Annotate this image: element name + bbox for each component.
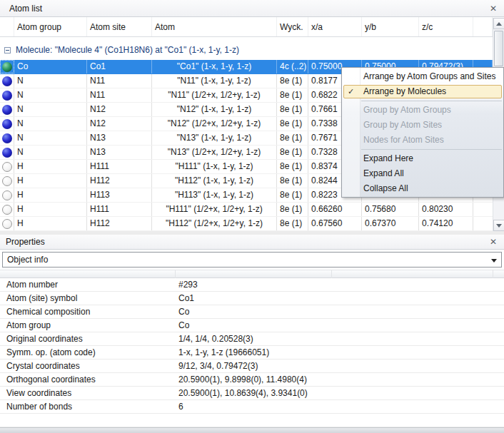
property-label: Atom (site) symbol [0, 292, 175, 305]
property-label: Atom group [0, 319, 175, 332]
cell-site: N11 [87, 88, 152, 102]
property-row [0, 414, 504, 427]
cell-wyck: 8e (1) [277, 217, 308, 230]
cell-spare [473, 203, 493, 216]
property-row: Original coordinates1/4, 1/4, 0.20528(3) [0, 332, 504, 346]
property-label: Crystal coordinates [0, 360, 175, 372]
property-label: Atom number [0, 278, 175, 291]
properties-title: Properties [0, 237, 45, 247]
property-value: 20.5900(1), 10.8639(4), 3.9341(0) [175, 387, 504, 399]
atom-icon-cell [0, 131, 14, 145]
table-row[interactable]: HH112"H112" (1/2+x, 1/2+y, 1-z)8e (1)0.6… [0, 217, 493, 231]
table-row[interactable]: HH111"H111" (1/2+x, 1/2+y, 1-z)8e (1)0.6… [0, 203, 493, 217]
property-label [0, 414, 175, 427]
cell-atom: "H113" (1-x, 1-y, 1-z) [152, 188, 277, 202]
header-xa[interactable]: x/a [308, 17, 362, 36]
property-value [175, 414, 504, 427]
n-sphere-icon [2, 148, 12, 158]
cell-group: Co [14, 60, 87, 73]
header-atom-group[interactable]: Atom group [14, 17, 87, 36]
property-value: Co [175, 305, 504, 318]
menu-item-label: Group by Atom Groups [363, 105, 451, 115]
menu-item-label: Arrange by Atom Groups and Sites [363, 71, 495, 81]
menu-item-label: Expand Here [363, 153, 413, 163]
property-row: Symm. op. (atom code)1-x, 1-y, 1-z (1966… [0, 346, 504, 360]
h-sphere-icon [2, 219, 12, 229]
close-icon[interactable]: ✕ [488, 3, 499, 14]
cell-group: N [14, 88, 87, 102]
property-row: Atom groupCo [0, 319, 504, 332]
n-sphere-icon [2, 105, 12, 115]
cell-wyck: 8e (1) [277, 174, 308, 188]
n-sphere-icon [2, 119, 12, 129]
menu-item[interactable]: ✓Arrange by Molecules [342, 84, 503, 99]
cell-wyck: 8e (1) [277, 74, 308, 88]
properties-panel: Properties ✕ Object info Atom number#293… [0, 235, 504, 433]
properties-titlebar: Properties ✕ [0, 235, 504, 250]
molecule-group-row[interactable]: Molecule: "Molecule 4" (Co1H18N6) at "Co… [0, 40, 493, 60]
collapse-minus-icon[interactable] [4, 47, 11, 54]
header-zc[interactable]: z/c [419, 17, 473, 36]
scroll-down-icon[interactable] [493, 220, 504, 231]
property-row: Atom number#293 [0, 278, 504, 292]
cell-wyck: 8e (1) [277, 188, 308, 202]
properties-view-select[interactable]: Object info [2, 252, 502, 268]
property-value: 1/4, 1/4, 0.20528(3) [175, 332, 504, 345]
property-label: Original coordinates [0, 332, 175, 345]
h-sphere-icon [2, 162, 12, 172]
cell-wyck: 8e (1) [277, 203, 308, 216]
header-atom[interactable]: Atom [152, 17, 277, 36]
menu-item: Group by Atom Sites [342, 118, 503, 133]
molecule-group-label: Molecule: "Molecule 4" (Co1H18N6) at "Co… [16, 45, 239, 55]
menu-item: Group by Atom Groups [342, 103, 503, 118]
property-row: Crystal coordinates9/12, 3/4, 0.79472(3) [0, 360, 504, 373]
property-label: Chemical composition [0, 305, 175, 318]
h-sphere-icon [2, 176, 12, 186]
close-icon[interactable]: ✕ [488, 236, 499, 248]
cell-atom: "N12" (1-x, 1-y, 1-z) [152, 103, 277, 116]
atom-icon-cell [0, 88, 14, 102]
property-row: Number of bonds6 [0, 400, 504, 414]
chevron-down-icon [491, 259, 497, 263]
h-sphere-icon [2, 205, 12, 215]
property-label: Orthogonal coordinates [0, 373, 175, 386]
context-menu-items: Arrange by Atom Groups and Sites✓Arrange… [342, 69, 503, 196]
cell-site: H113 [87, 188, 152, 202]
menu-item: Nodes for Atom Sites [342, 133, 503, 148]
atom-icon-cell [0, 160, 14, 173]
cell-xa: 0.67560 [308, 217, 362, 230]
property-value: #293 [175, 278, 504, 291]
atom-icon-cell [0, 203, 14, 216]
header-wyck[interactable]: Wyck. [277, 17, 308, 36]
menu-separator [361, 101, 502, 101]
atom-list-titlebar: Atom list ✕ [0, 0, 504, 17]
cell-site: N11 [87, 74, 152, 88]
menu-item[interactable]: Expand All [342, 166, 503, 181]
cell-group: H [14, 203, 87, 216]
menu-item-label: Group by Atom Sites [363, 120, 442, 130]
property-value: Co1 [175, 292, 504, 305]
menu-item[interactable]: Arrange by Atom Groups and Sites [342, 69, 503, 84]
atom-icon-cell [0, 188, 14, 202]
h-sphere-icon [2, 190, 12, 200]
cell-spare [473, 217, 493, 230]
cell-atom: "H111" (1-x, 1-y, 1-z) [152, 160, 277, 173]
property-value: 6 [175, 400, 504, 413]
menu-item[interactable]: Expand Here [342, 151, 503, 166]
cell-group: N [14, 131, 87, 145]
cell-wyck: 8e (1) [277, 146, 308, 159]
cell-group: N [14, 103, 87, 116]
header-yb[interactable]: y/b [362, 17, 419, 36]
header-atom-site[interactable]: Atom site [87, 17, 152, 36]
cell-wyck: 4c (..2) [277, 60, 308, 73]
properties-grid-header [0, 270, 504, 278]
menu-item[interactable]: Collapse All [342, 181, 503, 196]
cell-atom: "N11" (1-x, 1-y, 1-z) [152, 74, 277, 88]
cell-atom: "N12" (1/2+x, 1/2+y, 1-z) [152, 117, 277, 131]
scrollbar-thumb[interactable] [494, 31, 503, 66]
property-label: Number of bonds [0, 400, 175, 413]
cell-atom: "N13" (1/2+x, 1/2+y, 1-z) [152, 146, 277, 159]
cell-site: N13 [87, 146, 152, 159]
scroll-up-icon[interactable] [493, 18, 504, 29]
property-value: Co [175, 319, 504, 332]
